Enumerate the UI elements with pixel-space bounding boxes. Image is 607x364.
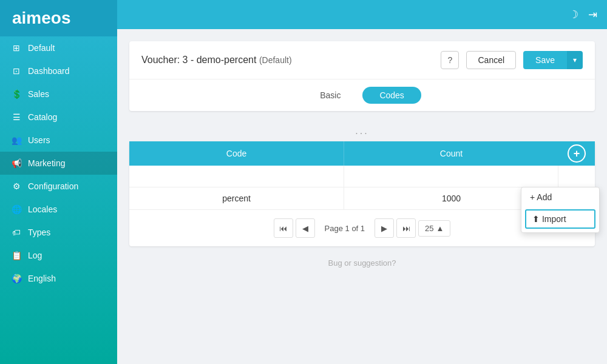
col-actions-header: + [558, 141, 595, 166]
sidebar-item-log[interactable]: 📋 Log [0, 244, 117, 267]
dropdown-import-item[interactable]: ⬆ Import [525, 209, 595, 229]
prev-page-button[interactable]: ◀ [296, 218, 315, 238]
per-page-value: 25 [425, 224, 433, 233]
filter-actions-cell [558, 166, 595, 187]
sidebar-item-label: Dashboard [28, 66, 70, 76]
voucher-header-card: Voucher: 3 - demo-percent (Default) ? Ca… [129, 41, 595, 111]
default-badge: (Default) [259, 55, 292, 65]
sidebar-item-label: Marketing [28, 158, 65, 168]
configuration-icon: ⚙ [11, 181, 22, 192]
sidebar-item-label: Types [28, 228, 50, 237]
table-header: Code Count + [129, 141, 595, 166]
users-icon: 👥 [11, 135, 22, 146]
sidebar-item-configuration[interactable]: ⚙ Configuration [0, 175, 117, 198]
cell-code: percent [129, 187, 344, 209]
sidebar-item-label: English [28, 274, 56, 283]
sidebar-item-label: Users [28, 135, 50, 145]
sidebar-item-sales[interactable]: 💲 Sales [0, 83, 117, 106]
dropdown-add-item[interactable]: + Add [521, 187, 599, 207]
help-button[interactable]: ? [441, 51, 459, 69]
sidebar-item-label: Sales [28, 89, 49, 99]
filter-count-cell [344, 166, 559, 187]
table-filter-row [129, 166, 595, 187]
tab-basic[interactable]: Basic [303, 87, 358, 104]
tab-codes[interactable]: Codes [362, 87, 421, 104]
sidebar-item-catalog[interactable]: ☰ Catalog [0, 106, 117, 129]
per-page-selector[interactable]: 25 ▲ [418, 220, 450, 237]
sidebar-item-label: Default [28, 43, 55, 53]
last-page-button[interactable]: ⏭ [396, 218, 416, 238]
moon-icon[interactable]: ☽ [569, 8, 578, 21]
filter-count-input[interactable] [351, 169, 551, 183]
sidebar-item-types[interactable]: 🏷 Types [0, 221, 117, 244]
cancel-button[interactable]: Cancel [466, 51, 516, 69]
per-page-arrow: ▲ [436, 224, 444, 233]
voucher-title: Voucher: 3 - demo-percent (Default) [141, 55, 433, 66]
log-icon: 📋 [11, 250, 22, 261]
sidebar-item-marketing[interactable]: 📢 Marketing [0, 152, 117, 175]
sales-icon: 💲 [11, 89, 22, 99]
sidebar-item-dashboard[interactable]: ⊡ Dashboard [0, 59, 117, 83]
main-content: Voucher: 3 - demo-percent (Default) ? Ca… [117, 29, 607, 364]
logo-area: aimeos [0, 0, 117, 36]
add-dropdown-popup: + Add ⬆ Import [521, 187, 600, 233]
grid-icon: ⊞ [11, 42, 22, 53]
sidebar: aimeos ⊞ Default ⊡ Dashboard 💲 Sales ☰ C… [0, 0, 117, 364]
first-page-button[interactable]: ⏮ [274, 218, 293, 238]
sidebar-item-locales[interactable]: 🌐 Locales [0, 198, 117, 221]
voucher-header: Voucher: 3 - demo-percent (Default) ? Ca… [129, 41, 595, 79]
sidebar-item-label: Log [28, 251, 42, 260]
logout-icon[interactable]: ⇥ [588, 8, 597, 21]
marketing-icon: 📢 [11, 158, 22, 169]
page-info: Page 1 of 1 [317, 220, 373, 237]
types-icon: 🏷 [11, 227, 22, 238]
filter-code-input[interactable] [137, 169, 336, 183]
sidebar-item-label: Catalog [28, 112, 57, 122]
sidebar-item-english[interactable]: 🌍 English [0, 267, 117, 290]
next-page-button[interactable]: ▶ [375, 218, 394, 238]
english-icon: 🌍 [11, 273, 22, 284]
save-dropdown-arrow[interactable]: ▾ [567, 51, 583, 69]
logo: aimeos [12, 8, 71, 27]
dots-row: ... [129, 121, 595, 141]
col-count-header: Count [344, 141, 558, 166]
sidebar-item-default[interactable]: ⊞ Default [0, 36, 117, 59]
save-button[interactable]: Save [523, 51, 567, 69]
tabs-bar: Basic Codes [129, 79, 595, 111]
filter-code-cell [129, 166, 344, 187]
dashboard-icon: ⊡ [11, 66, 22, 76]
locales-icon: 🌐 [11, 204, 22, 215]
catalog-icon: ☰ [11, 112, 22, 123]
add-circle-button[interactable]: + [568, 144, 586, 163]
sidebar-item-label: Locales [28, 204, 57, 214]
col-code-header: Code [129, 141, 344, 166]
footer-text: Bug or suggestion? [129, 246, 595, 280]
sidebar-item-label: Configuration [28, 181, 78, 191]
save-button-group: Save ▾ [523, 51, 583, 69]
topbar: ☽ ⇥ [117, 0, 607, 29]
sidebar-item-users[interactable]: 👥 Users [0, 129, 117, 152]
